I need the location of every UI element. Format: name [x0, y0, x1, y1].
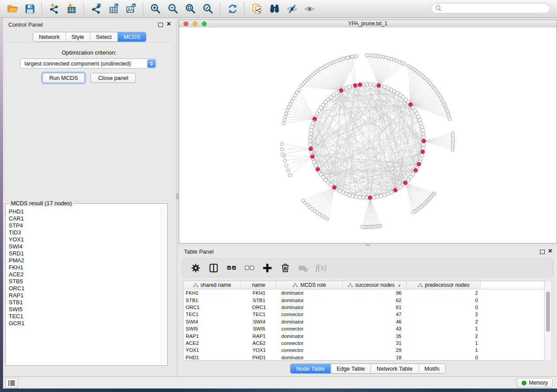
mcds-result-item[interactable]: STB1 — [9, 299, 159, 306]
mcds-result-item[interactable]: ORC1 — [9, 285, 159, 292]
table-row-PHD1[interactable]: PHD1PHD1dominator180 — [183, 354, 544, 361]
cell: SWI5 — [241, 326, 277, 331]
create-new-column-button[interactable] — [259, 261, 276, 275]
window-minimize-traffic-light[interactable] — [193, 21, 197, 26]
check-pair-icon — [226, 262, 237, 274]
import-table-button[interactable] — [63, 1, 80, 16]
save-session-button[interactable] — [21, 1, 38, 16]
network-window-titlebar: YPA_prune.txt_1 — [179, 20, 557, 28]
export-image-button[interactable] — [122, 1, 140, 16]
tab-style[interactable]: Style — [66, 32, 90, 41]
cell: STB1 — [183, 298, 241, 303]
open-file-button[interactable] — [3, 1, 21, 16]
desktop-wallpaper-bottom — [0, 389, 557, 392]
select-all-columns-button[interactable] — [223, 261, 240, 275]
table-row-TEC1[interactable]: TEC1TEC1connector472 — [183, 311, 544, 318]
cell: SWI5 — [183, 326, 241, 331]
zoom-fit-button[interactable] — [182, 1, 199, 16]
cell: SWI4 — [183, 319, 241, 324]
mcds-result-item[interactable]: SWI4 — [9, 243, 159, 250]
mcds-result-item[interactable]: STB5 — [9, 278, 159, 285]
table-scrollbar[interactable] — [545, 281, 552, 361]
mcds-result-item[interactable]: YOX1 — [9, 236, 159, 243]
refresh-layout-button[interactable] — [224, 1, 241, 16]
mcds-result-item[interactable]: SWI5 — [9, 306, 159, 313]
table-row-ACE2[interactable]: ACE2ACE2connector311 — [183, 340, 544, 347]
zoom-out-button[interactable] — [164, 1, 182, 16]
table-tab-motifs[interactable]: Motifs — [418, 364, 445, 373]
column-header-shared-name[interactable]: shared name — [183, 281, 241, 289]
export-network-icon — [90, 3, 102, 15]
close-panel-button[interactable]: Close panel — [90, 73, 136, 83]
cell: connector — [277, 347, 343, 353]
table-tab-network-table[interactable]: Network Table — [370, 364, 418, 373]
mcds-result-item[interactable]: PMA2 — [9, 257, 159, 264]
toolbar-separator — [83, 2, 84, 15]
table-tab-node-table[interactable]: Node Table — [291, 364, 331, 373]
mcds-result-item[interactable]: FKH1 — [9, 264, 159, 271]
show-column-panel-button[interactable] — [205, 261, 222, 275]
memory-button[interactable]: Memory — [517, 378, 553, 388]
show-all-button[interactable] — [301, 1, 318, 16]
tab-mcds[interactable]: MCDS — [118, 32, 146, 41]
run-mcds-button[interactable]: Run MCDS — [42, 73, 85, 83]
export-table-button[interactable] — [105, 1, 122, 16]
zoom-selected-button[interactable] — [199, 1, 217, 16]
cell: dominator — [277, 298, 343, 303]
table-row-ORC1[interactable]: ORC1ORC1dominator610 — [183, 304, 544, 311]
criterion-select[interactable]: largest connected component (undirected) — [20, 58, 156, 69]
import-network-button[interactable] — [45, 1, 63, 16]
table-row-RAP1[interactable]: RAP1RAP1dominator352 — [183, 332, 544, 339]
find-button[interactable] — [266, 1, 283, 16]
cell: connector — [277, 326, 343, 331]
mcds-result-item[interactable]: SRD1 — [9, 250, 159, 257]
mcds-result-item[interactable]: STP4 — [9, 222, 159, 229]
cell: 35 — [343, 334, 407, 339]
horizontal-split-handle[interactable] — [179, 244, 557, 247]
table-row-YOX1[interactable]: YOX1YOX1connector291 — [183, 347, 544, 354]
column-header-predecessor-nodes[interactable]: predecessor nodes — [407, 281, 481, 289]
mcds-result-item[interactable]: TID3 — [9, 229, 159, 236]
mcds-result-item[interactable]: GCR1 — [9, 320, 159, 327]
export-network-button[interactable] — [87, 1, 105, 16]
table-row-SWI5[interactable]: SWI5SWI5connector431 — [183, 325, 544, 332]
save-icon — [24, 3, 36, 15]
cell: RAP1 — [183, 334, 241, 339]
column-header-MCDS-role[interactable]: MCDS role — [277, 281, 343, 289]
mcds-list-scrollbar[interactable] — [161, 207, 167, 365]
window-close-traffic-light[interactable] — [183, 21, 188, 26]
delete-columns-button[interactable] — [277, 261, 294, 275]
table-tab-edge-table[interactable]: Edge Table — [330, 364, 370, 373]
network-graph[interactable] — [179, 28, 557, 243]
mcds-result-item[interactable]: PHD1 — [9, 208, 159, 215]
float-table-panel-icon[interactable] — [540, 250, 545, 254]
search-box[interactable] — [431, 3, 550, 14]
tab-network[interactable]: Network — [33, 32, 66, 41]
mcds-result-item[interactable]: CAR1 — [9, 215, 159, 222]
tab-select[interactable]: Select — [90, 32, 118, 41]
table-row-SWI4[interactable]: SWI4SWI4dominator462 — [183, 318, 544, 325]
table-settings-button[interactable] — [187, 261, 204, 275]
hide-selected-button[interactable] — [283, 1, 301, 16]
cell: 0 — [407, 305, 481, 310]
search-input[interactable] — [442, 4, 550, 13]
close-panel-icon[interactable]: × — [167, 20, 171, 28]
table-panel-title: Table Panel — [184, 248, 214, 255]
zoom-in-button[interactable] — [147, 1, 164, 16]
attribute-type-icon — [418, 283, 423, 288]
mcds-result-item[interactable]: ACE2 — [9, 271, 159, 278]
float-panel-icon[interactable] — [158, 23, 163, 27]
mcds-result-item[interactable]: RAP1 — [9, 292, 159, 299]
copy-network-button[interactable] — [248, 1, 266, 16]
column-header-name[interactable]: name — [241, 281, 277, 289]
window-maximize-traffic-light[interactable] — [202, 21, 207, 26]
mcds-result-item[interactable]: TEC1 — [9, 313, 159, 320]
show-panels-button[interactable] — [5, 378, 18, 388]
close-table-panel-icon[interactable]: × — [548, 247, 552, 255]
column-header-successor-nodes[interactable]: successor nodes∨ — [343, 281, 407, 289]
network-canvas[interactable] — [179, 28, 557, 243]
table-scrollbar-thumb[interactable] — [546, 292, 550, 332]
table-row-FKH1[interactable]: FKH1FKH1dominator962 — [183, 289, 544, 296]
unselect-all-columns-button[interactable] — [241, 261, 258, 275]
table-row-STB1[interactable]: STB1STB1dominator620 — [183, 296, 544, 303]
